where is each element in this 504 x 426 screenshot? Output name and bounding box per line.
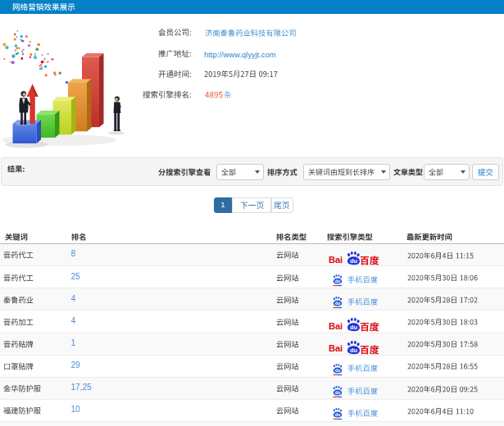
svg-text:du: du	[335, 390, 340, 395]
svg-text:du: du	[349, 324, 357, 332]
svg-text:du: du	[349, 257, 357, 265]
svg-text:du: du	[335, 301, 340, 306]
svg-text:du: du	[349, 347, 357, 354]
svg-text:du: du	[335, 279, 340, 283]
svg-text:du: du	[335, 412, 340, 417]
svg-text:du: du	[335, 368, 340, 373]
